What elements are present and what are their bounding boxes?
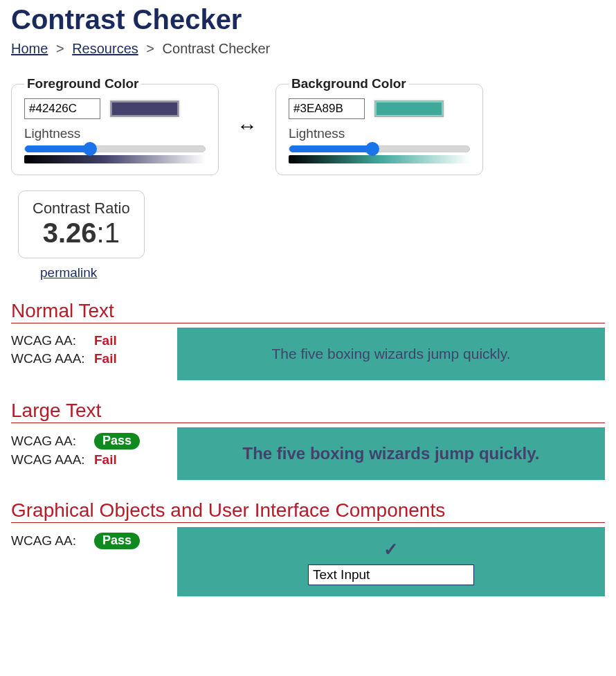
background-legend: Background Color bbox=[289, 76, 409, 91]
ui-aa-result: Pass bbox=[94, 533, 140, 549]
normal-sample-text: The five boxing wizards jump quickly. bbox=[271, 346, 510, 362]
large-aaa-result: Fail bbox=[94, 452, 117, 468]
foreground-swatch[interactable] bbox=[110, 100, 179, 117]
contrast-ratio-value: 3.26:1 bbox=[33, 217, 130, 248]
permalink-link[interactable]: permalink bbox=[40, 265, 97, 280]
foreground-fieldset: Foreground Color Lightness bbox=[11, 76, 219, 175]
normal-aaa-result: Fail bbox=[94, 351, 117, 366]
normal-aa-result: Fail bbox=[94, 333, 117, 348]
section-title-ui: Graphical Objects and User Interface Com… bbox=[11, 499, 605, 523]
breadcrumb-sep-icon: > bbox=[56, 41, 64, 56]
foreground-hex-input[interactable] bbox=[24, 98, 100, 119]
background-gradient-bar bbox=[289, 155, 470, 163]
page-title: Contrast Checker bbox=[11, 0, 605, 35]
check-icon: ✓ bbox=[383, 539, 399, 560]
contrast-ratio-label: Contrast Ratio bbox=[33, 199, 130, 217]
large-sample-text: The five boxing wizards jump quickly. bbox=[243, 444, 540, 463]
swap-icon[interactable]: ↔ bbox=[233, 114, 262, 138]
large-aa-result: Pass bbox=[94, 433, 140, 450]
section-title-large: Large Text bbox=[11, 400, 605, 423]
ui-aa-label: WCAG AA: bbox=[11, 533, 94, 549]
breadcrumb: Home > Resources > Contrast Checker bbox=[11, 41, 605, 57]
background-hex-input[interactable] bbox=[289, 98, 365, 119]
background-lightness-label: Lightness bbox=[289, 126, 470, 141]
normal-aa-label: WCAG AA: bbox=[11, 333, 94, 348]
breadcrumb-current: Contrast Checker bbox=[163, 41, 271, 56]
foreground-lightness-label: Lightness bbox=[24, 126, 206, 141]
normal-sample-panel: The five boxing wizards jump quickly. bbox=[177, 328, 605, 380]
large-aaa-label: WCAG AAA: bbox=[11, 452, 94, 468]
ui-sample-panel: ✓ bbox=[177, 527, 605, 596]
background-lightness-slider[interactable] bbox=[289, 145, 470, 152]
breadcrumb-resources[interactable]: Resources bbox=[72, 41, 138, 56]
foreground-gradient-bar bbox=[24, 155, 206, 163]
section-title-normal: Normal Text bbox=[11, 300, 605, 323]
background-fieldset: Background Color Lightness bbox=[275, 76, 483, 175]
breadcrumb-home[interactable]: Home bbox=[11, 41, 48, 56]
contrast-ratio-panel: Contrast Ratio 3.26:1 bbox=[18, 190, 145, 258]
demo-text-input[interactable] bbox=[308, 564, 474, 585]
normal-aaa-label: WCAG AAA: bbox=[11, 351, 94, 366]
large-sample-panel: The five boxing wizards jump quickly. bbox=[177, 427, 605, 480]
large-aa-label: WCAG AA: bbox=[11, 434, 94, 449]
background-swatch[interactable] bbox=[374, 100, 444, 117]
foreground-lightness-slider[interactable] bbox=[24, 145, 206, 152]
foreground-legend: Foreground Color bbox=[24, 76, 141, 91]
breadcrumb-sep-icon: > bbox=[146, 41, 154, 56]
